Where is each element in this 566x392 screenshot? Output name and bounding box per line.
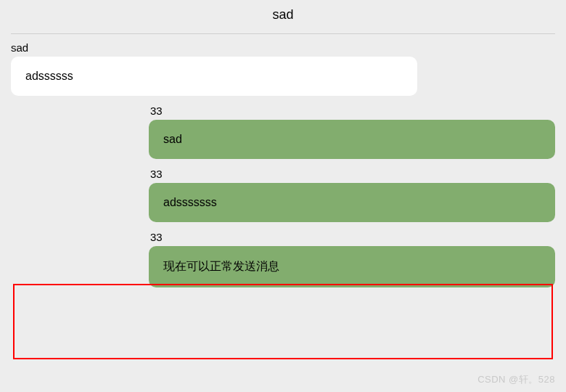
sender-label: 33	[149, 231, 555, 243]
sender-label: 33	[149, 105, 555, 117]
message-bubble-outgoing[interactable]: sad	[149, 120, 555, 159]
message-row: 33 adsssssss	[11, 168, 555, 222]
chat-messages-area: sad adssssss 33 sad 33 adsssssss 33 现在可以…	[0, 34, 566, 303]
message-bubble-outgoing[interactable]: adsssssss	[149, 183, 555, 222]
message-row: sad adssssss	[11, 41, 555, 96]
sender-label: sad	[11, 41, 555, 54]
message-bubble-outgoing[interactable]: 现在可以正常发送消息	[149, 246, 555, 287]
chat-title: sad	[272, 7, 293, 22]
sender-label: 33	[149, 168, 555, 180]
message-row: 33 现在可以正常发送消息	[11, 231, 555, 287]
chat-header: sad	[11, 0, 555, 34]
watermark-text: CSDN @轩。528	[477, 373, 555, 386]
message-row: 33 sad	[11, 105, 555, 159]
message-bubble-incoming[interactable]: adssssss	[11, 57, 417, 96]
